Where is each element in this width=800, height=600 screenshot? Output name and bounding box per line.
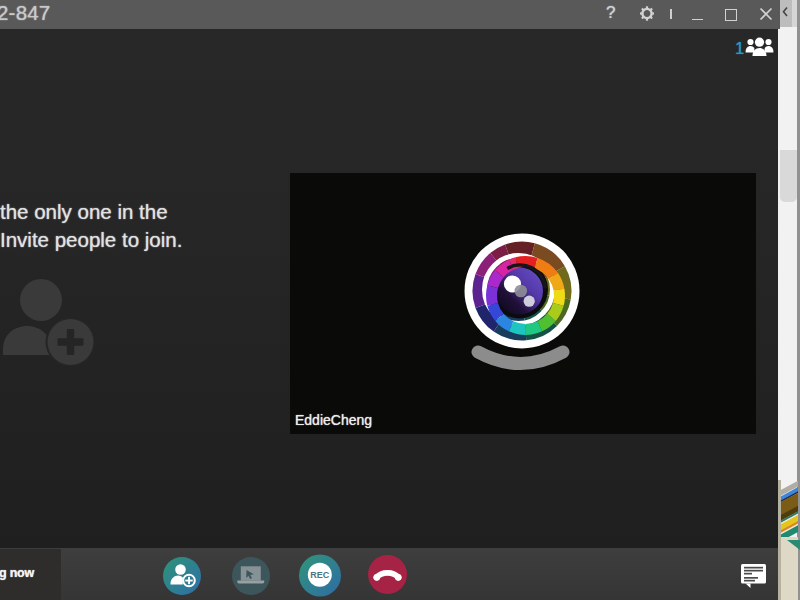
svg-text:REC: REC — [310, 570, 330, 580]
